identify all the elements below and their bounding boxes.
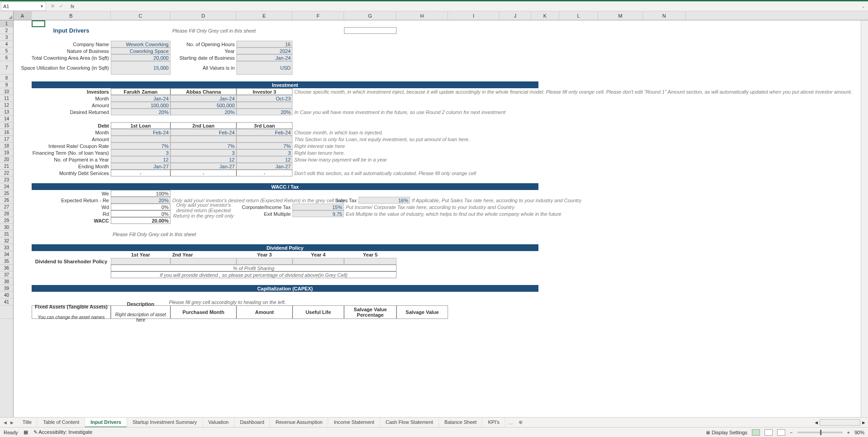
normal-view-icon[interactable] — [752, 429, 760, 436]
input[interactable] — [292, 258, 344, 265]
row-24[interactable]: 24 — [0, 183, 13, 190]
row-13[interactable]: 13 — [0, 109, 13, 115]
input[interactable]: Feb-24 — [236, 129, 292, 136]
col-header[interactable]: 2nd Loan — [170, 122, 236, 129]
input[interactable]: 7% — [111, 142, 170, 149]
row-9[interactable]: 9 — [0, 81, 13, 88]
hscroll-left-icon[interactable]: ◄ — [814, 420, 819, 425]
tab-more-icon[interactable]: … — [505, 420, 516, 425]
display-settings[interactable]: 🖥 Display Settings — [705, 430, 747, 435]
input[interactable]: Jan-24 — [170, 95, 236, 102]
row-30[interactable]: 30 — [0, 224, 13, 231]
row-14[interactable]: 14 — [0, 115, 13, 122]
formula-expand-icon[interactable]: ⌄ — [862, 4, 868, 9]
fx-icon[interactable]: fx — [68, 4, 75, 9]
row-33[interactable]: 33 — [0, 244, 13, 251]
col-F[interactable]: F — [292, 11, 344, 20]
row-40[interactable]: 40 — [0, 292, 13, 299]
row-38[interactable]: 38 — [0, 278, 13, 285]
input[interactable]: Wework Coworking — [111, 41, 170, 48]
input[interactable]: Jan-24 — [236, 54, 292, 61]
col-header[interactable]: Farukh Zaman — [111, 88, 170, 95]
row-31[interactable]: 31 — [0, 231, 13, 238]
input[interactable] — [236, 102, 292, 109]
select-all-corner[interactable] — [0, 11, 14, 20]
tab-kpi's[interactable]: KPI's — [482, 418, 505, 428]
col-M[interactable]: M — [598, 11, 643, 20]
input[interactable]: Coworking Space — [111, 48, 170, 54]
input[interactable]: 7% — [236, 142, 292, 149]
zoom-in-icon[interactable]: + — [847, 430, 850, 435]
input[interactable]: 15,000 — [111, 61, 170, 75]
input[interactable]: Feb-24 — [170, 129, 236, 136]
row-22[interactable]: 22 — [0, 170, 13, 176]
input[interactable]: USD — [236, 61, 292, 75]
input[interactable]: 16 — [236, 41, 292, 48]
col-header[interactable]: 3rd Loan — [236, 122, 292, 129]
macro-icon[interactable]: ▦ — [24, 429, 28, 435]
input[interactable]: Jan-24 — [111, 95, 170, 102]
col-B[interactable]: B — [32, 11, 111, 20]
row-4[interactable]: 4 — [0, 41, 13, 48]
input[interactable] — [344, 258, 396, 265]
row-29[interactable]: 29 — [0, 217, 13, 224]
row-35[interactable]: 35 — [0, 258, 13, 265]
row-37[interactable]: 37 — [0, 271, 13, 278]
input[interactable]: 15% — [292, 204, 344, 210]
tab-cash-flow-statement[interactable]: Cash Flow Statement — [380, 418, 439, 428]
col-N[interactable]: N — [643, 11, 686, 20]
chevron-down-icon[interactable]: ▼ — [40, 4, 44, 9]
row-28[interactable]: 28 — [0, 210, 13, 217]
col-header[interactable]: Abbas Channa — [170, 88, 236, 95]
col-I[interactable]: I — [448, 11, 500, 20]
input[interactable]: Oct-23 — [236, 95, 292, 102]
col-H[interactable]: H — [396, 11, 448, 20]
cancel-icon[interactable]: ✕ — [51, 3, 55, 9]
input[interactable]: 20,000 — [111, 54, 170, 61]
name-box[interactable]: A1▼ — [1, 2, 46, 11]
row-16[interactable]: 16 — [0, 129, 13, 136]
input[interactable]: 3 — [236, 149, 292, 156]
row-15[interactable]: 15 — [0, 122, 13, 129]
input[interactable]: Feb-24 — [111, 129, 170, 136]
vertical-scrollbar[interactable] — [861, 20, 868, 417]
row-1[interactable]: 1 — [0, 20, 13, 27]
input[interactable]: 9.75 — [292, 210, 344, 217]
sheet-cells[interactable]: Input DriversPlease Fill Only Grey cell … — [14, 20, 861, 417]
zoom-level[interactable]: 90% — [854, 430, 864, 435]
row-12[interactable]: 12 — [0, 102, 13, 109]
input[interactable]: Jan-27 — [111, 163, 170, 170]
row-27[interactable]: 27 — [0, 204, 13, 210]
row-2[interactable]: 2 — [0, 27, 13, 34]
page-layout-view-icon[interactable] — [764, 429, 773, 436]
tab-title[interactable]: Title — [17, 418, 38, 428]
input[interactable]: 20.00% — [111, 217, 170, 224]
input[interactable]: - — [170, 170, 236, 176]
input[interactable] — [111, 136, 170, 142]
input[interactable] — [236, 136, 292, 142]
tab-startup-investment-summary[interactable]: Startup Investment Summary — [127, 418, 203, 428]
row-42[interactable] — [0, 305, 13, 319]
input[interactable]: 12 — [236, 156, 292, 163]
tab-valuation[interactable]: Valuation — [203, 418, 235, 428]
row-11[interactable]: 11 — [0, 95, 13, 102]
row-5[interactable]: 5 — [0, 48, 13, 54]
input[interactable]: Jan-27 — [236, 163, 292, 170]
row-32[interactable]: 32 — [0, 238, 13, 244]
tab-balance-sheet[interactable]: Balance Sheet — [439, 418, 483, 428]
tab-add-icon[interactable]: ⊕ — [516, 419, 525, 425]
tab-next-icon[interactable]: ► — [9, 420, 14, 425]
row-3[interactable]: 3 — [0, 34, 13, 41]
col-E[interactable]: E — [236, 11, 292, 20]
col-header[interactable]: Investor 3 — [236, 88, 292, 95]
row-18[interactable]: 18 — [0, 142, 13, 149]
tab-first-icon[interactable]: ◄ — [3, 420, 8, 425]
input[interactable]: 0% — [111, 204, 170, 210]
row-21[interactable]: 21 — [0, 163, 13, 170]
row-25[interactable]: 25 — [0, 190, 13, 197]
row-8[interactable]: 8 — [0, 75, 13, 81]
input[interactable]: 20% — [170, 109, 236, 115]
row-26[interactable]: 26 — [0, 197, 13, 204]
col-D[interactable]: D — [170, 11, 236, 20]
row-6[interactable]: 6 — [0, 54, 13, 61]
